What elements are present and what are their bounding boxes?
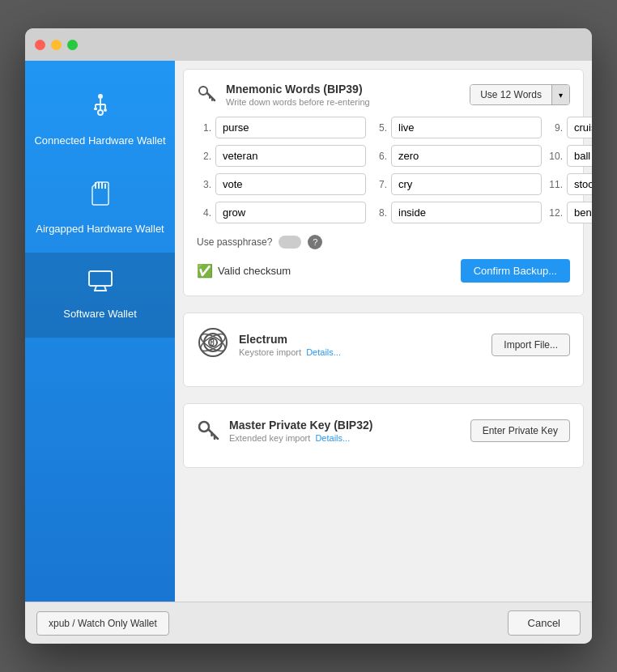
word-input-3[interactable] [215,173,366,195]
electrum-title: Electrum [239,333,341,346]
svg-point-16 [199,87,207,95]
passphrase-row: Use passphrase? ? [197,235,570,249]
word-row-4: 4. [197,202,366,223]
word-num-3: 3. [197,179,211,190]
close-button[interactable] [35,40,45,50]
sidebar-item-hardware-wallet-label: Connected Hardware Wallet [34,134,165,148]
word-num-2: 2. [197,151,211,162]
word-col-3: 9. 10. 11. 12. [548,117,592,223]
word-col-1: 1. 2. 3. 4. [197,117,366,223]
master-key-title: Master Private Key (BIP32) [229,419,372,432]
passphrase-label: Use passphrase? [197,236,272,248]
svg-rect-4 [94,108,97,110]
master-key-section: Master Private Key (BIP32) Extended key … [183,403,584,468]
electrum-header-text: Electrum Keystore import Details... [239,333,341,357]
word-input-2[interactable] [215,145,366,167]
key-icon [197,83,216,107]
use-words-dropdown-arrow[interactable]: ▾ [551,85,569,104]
svg-line-17 [207,93,215,100]
svg-point-0 [98,94,103,99]
master-key-subtitle: Extended key import Details... [229,433,372,443]
electrum-header: ₿ Electrum Keystore import Details... [197,326,570,364]
word-num-8: 8. [372,207,387,219]
word-input-9[interactable] [567,117,592,138]
word-row-12: 12. [548,202,592,223]
word-row-11: 11. [548,173,592,195]
word-input-1[interactable] [215,117,366,138]
word-num-7: 7. [372,179,387,190]
word-num-9: 9. [548,122,563,134]
help-icon-text: ? [313,237,317,247]
electrum-subtitle: Keystore import Details... [239,347,341,357]
enter-private-key-button[interactable]: Enter Private Key [470,419,570,442]
checksum-valid-icon: ✅ [197,263,213,279]
use-words-split-btn: Use 12 Words ▾ [470,84,570,105]
maximize-button[interactable] [67,40,78,50]
titlebar [25,28,592,61]
word-row-10: 10. [548,145,592,167]
right-panel: Mnemonic Words (BIP39) Write down words … [175,61,592,602]
confirm-backup-button[interactable]: Confirm Backup... [461,259,570,283]
sidebar-item-software-wallet[interactable]: Software Wallet [25,253,175,338]
word-input-6[interactable] [391,145,542,167]
word-row-5: 5. [372,117,542,138]
word-input-10[interactable] [567,145,592,167]
word-row-2: 2. [197,145,366,167]
master-key-icon [197,417,219,444]
main-content: Connected Hardware Wallet Airgapped Hard… [25,61,592,602]
word-col-2: 5. 6. 7. 8. [372,117,542,223]
master-key-header-text: Master Private Key (BIP32) Extended key … [229,419,372,443]
sidebar-item-hardware-wallet[interactable]: Connected Hardware Wallet [25,77,175,164]
master-key-header-left: Master Private Key (BIP32) Extended key … [197,417,372,444]
cancel-button[interactable]: Cancel [508,610,581,636]
import-file-button[interactable]: Import File... [491,334,570,356]
word-row-7: 7. [372,173,542,195]
electrum-icon: ₿ [197,326,229,364]
svg-point-7 [98,110,103,115]
svg-text:₿: ₿ [210,338,215,347]
word-num-1: 1. [197,122,211,134]
traffic-lights [35,40,78,50]
mnemonic-section: Mnemonic Words (BIP39) Write down words … [183,69,584,296]
monitor-icon [87,269,113,300]
word-row-3: 3. [197,173,366,195]
xpub-button[interactable]: xpub / Watch Only Wallet [36,611,169,636]
electrum-section: ₿ Electrum Keystore import Details... [183,313,584,387]
word-row-9: 9. [548,117,592,138]
master-key-header: Master Private Key (BIP32) Extended key … [197,417,570,444]
word-row-1: 1. [197,117,366,138]
word-input-4[interactable] [215,202,366,223]
word-input-8[interactable] [391,202,542,223]
word-row-8: 8. [372,202,542,223]
word-input-12[interactable] [567,202,592,223]
main-window: Connected Hardware Wallet Airgapped Hard… [25,28,592,644]
word-input-7[interactable] [391,173,542,195]
word-num-4: 4. [197,207,211,219]
word-input-11[interactable] [567,173,592,195]
help-icon[interactable]: ? [308,235,322,249]
word-grid: 1. 2. 3. 4. [197,117,570,223]
sidebar-item-airgapped-wallet-label: Airgapped Hardware Wallet [36,222,164,236]
checksum-text: Valid checksum [218,265,291,277]
checksum-row: ✅ Valid checksum Confirm Backup... [197,259,570,283]
word-num-11: 11. [548,179,563,190]
word-num-6: 6. [372,151,387,162]
svg-point-6 [104,108,107,112]
sidebar-item-airgapped-wallet[interactable]: Airgapped Hardware Wallet [25,164,175,252]
minimize-button[interactable] [51,40,62,50]
mnemonic-subtitle: Write down words before re-entering [226,97,370,107]
use-words-button[interactable]: Use 12 Words [470,85,551,104]
mnemonic-header-text: Mnemonic Words (BIP39) Write down words … [226,83,370,107]
sd-card-icon [89,181,112,215]
checksum-left: ✅ Valid checksum [197,263,291,279]
word-num-5: 5. [372,122,387,134]
electrum-details-link[interactable]: Details... [306,347,341,357]
passphrase-toggle[interactable] [279,236,301,249]
svg-point-26 [199,422,209,432]
master-key-details-link[interactable]: Details... [315,433,350,443]
word-num-12: 12. [548,207,563,219]
electrum-header-left: ₿ Electrum Keystore import Details... [197,326,341,364]
svg-line-27 [209,430,218,439]
word-input-5[interactable] [391,117,542,138]
word-num-10: 10. [548,151,563,162]
